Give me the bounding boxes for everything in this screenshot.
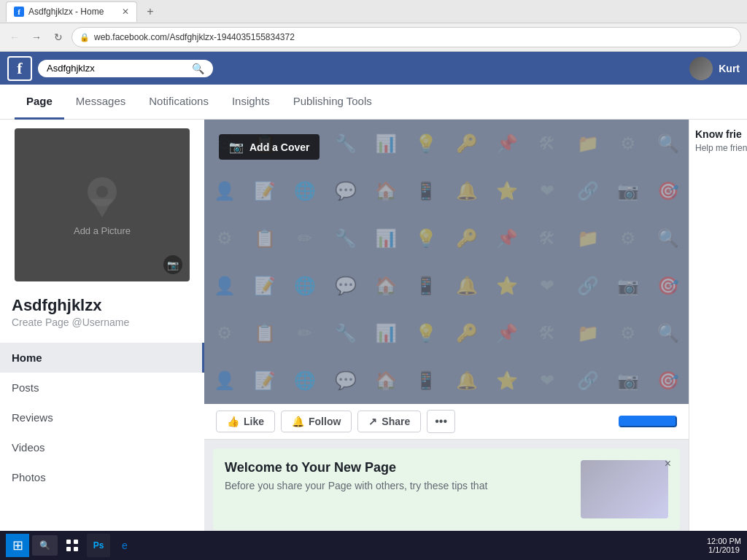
svg-marker-2 [91,199,113,217]
pattern-icon: ⚙ [204,309,244,357]
sidebar-nav: Home Posts Reviews Videos Photos [0,343,204,492]
pattern-icon: ⚙ [204,214,244,262]
share-label: Share [382,416,410,427]
pattern-icon: 🔗 [568,262,608,309]
tab-insights[interactable]: Insights [220,85,282,120]
welcome-title: Welcome to Your New Page [225,460,569,475]
lock-icon: 🔒 [80,33,90,42]
pattern-icon: 🎯 [649,167,689,214]
back-btn[interactable]: ← [6,28,23,46]
share-icon: ↗ [368,416,377,427]
pattern-icon: ⚙ [608,214,648,262]
taskbar-edge-icon[interactable]: e [113,534,136,557]
browser-toolbar: ← → ↻ 🔒 web.facebook.com/Asdfghjklzx-194… [0,23,747,51]
sidebar-item-videos[interactable]: Videos [0,432,204,462]
pattern-icon: ❤ [527,167,568,214]
right-sidebar: Know frie Help me friends [689,120,747,560]
address-bar[interactable]: 🔒 web.facebook.com/Asdfghjklzx-194403515… [71,27,741,47]
page-name: Asdfghjklzx [0,290,204,316]
browser-titlebar: f Asdfghjklzx - Home ✕ + [0,0,747,23]
pattern-icon: 📱 [406,262,446,309]
pattern-icon: 👤 [204,357,244,404]
welcome-description: Before you share your Page with others, … [225,480,569,491]
blue-action-btn[interactable] [619,416,677,427]
welcome-text: Welcome to Your New Page Before you shar… [225,460,569,491]
fb-user-area: Kurt [689,57,740,80]
pattern-icon: 🔑 [446,309,487,357]
sidebar-item-posts[interactable]: Posts [0,373,204,402]
pattern-icon: 🔗 [568,357,608,404]
date: 1/1/2019 [707,545,741,554]
taskbar: ⊞ 🔍 Ps e 12:00 PM 1/1/2019 [0,531,747,560]
cover-photo-area: ⚙ 📋 ✏ 🔧 📊 💡 🔑 📌 🛠 📁 ⚙ 🔍 👤 📝 🌐 💬 🏠 📱 🔔 [204,120,689,404]
more-options-btn[interactable]: ••• [427,410,455,433]
forward-btn[interactable]: → [28,28,45,46]
browser-tab[interactable]: f Asdfghjklzx - Home ✕ [6,1,137,22]
pattern-icon: 🎯 [649,262,689,309]
tab-publishing-tools[interactable]: Publishing Tools [282,85,384,120]
pattern-icon: 🏠 [365,167,406,214]
right-panel-title: Know frie [695,128,741,140]
add-cover-btn[interactable]: 📷 Add a Cover [219,134,320,160]
pattern-icon: 💬 [325,167,365,214]
browser-chrome: f Asdfghjklzx - Home ✕ + ← → ↻ 🔒 web.fac… [0,0,747,52]
tab-close-btn[interactable]: ✕ [122,7,129,17]
follow-btn[interactable]: 🔔 Follow [281,411,352,432]
follow-label: Follow [309,416,341,427]
username: Kurt [719,63,740,74]
pattern-icon: 🌐 [285,262,325,309]
tab-notifications[interactable]: Notifications [137,85,220,120]
pattern-icon: ✏ [285,309,325,357]
search-input[interactable] [47,63,187,74]
pattern-icon: ✏ [285,214,325,262]
pattern-icon: 🏠 [365,262,406,309]
follow-icon: 🔔 [292,416,304,427]
taskbar-ps-icon[interactable]: Ps [87,534,110,557]
pattern-icon: 📋 [244,214,285,262]
pattern-icon: ⭐ [487,167,527,214]
pattern-icon: ❤ [527,357,568,404]
pattern-icon: 📁 [568,214,608,262]
pattern-icon: 🌐 [285,167,325,214]
action-bar: 👍 Like 🔔 Follow ↗ Share ••• [204,404,689,440]
camera-icon[interactable]: 📷 [163,255,182,274]
pattern-icon: 🔗 [568,167,608,214]
start-btn[interactable]: ⊞ [6,534,29,557]
page-username[interactable]: Create Page @Username [0,316,204,337]
sidebar-item-home[interactable]: Home [0,343,204,373]
pattern-icon: 💡 [406,214,446,262]
taskbar-task-view-icon[interactable] [61,534,84,557]
pattern-icon: 💬 [325,262,365,309]
new-tab-btn[interactable]: + [142,3,159,20]
like-btn[interactable]: 👍 Like [216,411,275,432]
pattern-icon: 🔧 [325,214,365,262]
pattern-icon: 📷 [608,357,648,404]
address-text: web.facebook.com/Asdfghjklzx-19440351558… [94,32,733,42]
tab-page[interactable]: Page [15,85,64,120]
pattern-icon: 🌐 [285,357,325,404]
pattern-icon: 🔑 [446,214,487,262]
pattern-icon: 📌 [487,309,527,357]
left-sidebar: Add a Picture 📷 Asdfghjklzx Create Page … [0,120,204,560]
pattern-icon: 👤 [204,262,244,309]
pattern-icon: 🔍 [649,120,689,167]
right-panel-desc: Help me friends [695,143,741,153]
search-icon: 🔍 [192,63,204,74]
welcome-image-placeholder [581,460,668,518]
svg-rect-3 [66,540,71,544]
fb-search-bar: 🔍 [38,60,213,77]
sidebar-item-reviews[interactable]: Reviews [0,402,204,432]
welcome-close-btn[interactable]: × [665,457,671,470]
pattern-icon: ⭐ [487,262,527,309]
pattern-icon: ❤ [527,262,568,309]
taskbar-search[interactable]: 🔍 [32,535,58,556]
pattern-icon: 📌 [487,214,527,262]
pattern-icon: 📱 [406,167,446,214]
pattern-icon: 🛠 [527,309,568,357]
refresh-btn[interactable]: ↻ [50,28,67,46]
fb-logo: f [7,56,32,81]
sidebar-item-photos[interactable]: Photos [0,462,204,492]
share-btn[interactable]: ↗ Share [357,411,421,432]
pattern-icon: 🔔 [446,167,487,214]
tab-messages[interactable]: Messages [64,85,137,120]
